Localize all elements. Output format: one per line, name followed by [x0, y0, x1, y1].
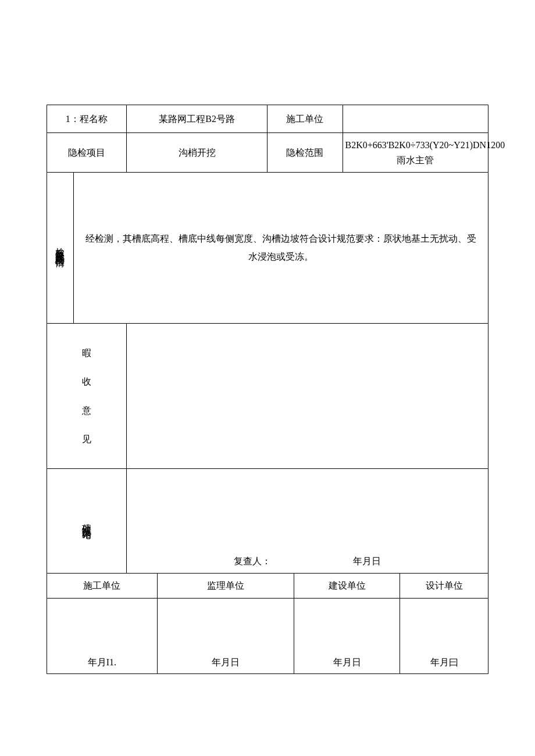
sig-construction-date: 年月I1.: [47, 598, 158, 673]
inspection-item-value: 沟梢开挖: [126, 133, 268, 173]
inspection-side-label: 检容及查况院内及检情: [47, 173, 74, 324]
acceptance-body: [126, 324, 488, 469]
sig-design-date: 年月曰: [400, 598, 488, 673]
acceptance-side-label: 暇 收 意 见: [47, 324, 127, 469]
conclusion-side-label: 处理情况及结论: [47, 469, 127, 574]
inspection-form-table: 1：程名称 某路网工程B2号路 施工单位 隐检项目 沟梢开挖 隐检范围 B2K0…: [47, 105, 488, 674]
inspection-body: 经检测，其槽底高程、槽底中线每侧宽度、沟槽边坡符合设计规范要求：原状地基土无扰动…: [73, 173, 488, 324]
conclusion-date-label: 年月日: [353, 554, 381, 569]
project-name-label: 1：程名称: [47, 105, 127, 133]
sig-construction-label: 施工单位: [47, 574, 158, 599]
sig-supervision-date: 年月日: [157, 598, 294, 673]
sig-owner-date: 年月日: [294, 598, 400, 673]
inspection-item-label: 隐检项目: [47, 133, 127, 173]
reviewer-label: 复查人：: [234, 554, 271, 569]
construction-unit-label: 施工单位: [268, 105, 343, 133]
sig-design-label: 设计单位: [400, 574, 488, 599]
inspection-scope-value: B2K0+663'B2K0÷733(Y20~Y21)DN1200雨水主管: [343, 133, 488, 173]
conclusion-body: 复查人： 年月日: [126, 469, 488, 574]
sig-supervision-label: 监理单位: [157, 574, 294, 599]
sig-owner-label: 建设单位: [294, 574, 400, 599]
project-name-value: 某路网工程B2号路: [126, 105, 268, 133]
inspection-scope-label: 隐检范围: [268, 133, 343, 173]
construction-unit-value: [343, 105, 488, 133]
